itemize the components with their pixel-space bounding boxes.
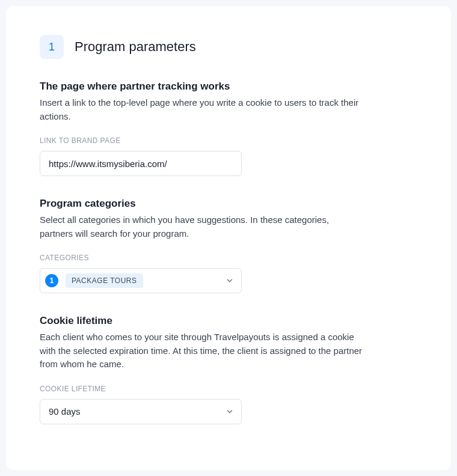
chevron-down-icon (225, 276, 234, 285)
categories-select[interactable]: 1 PACKAGE TOURS (40, 268, 242, 293)
step-number-badge: 1 (40, 35, 64, 59)
field-label-cookie: COOKIE LIFETIME (40, 385, 417, 393)
step-header: 1 Program parameters (40, 35, 417, 59)
form-card: 1 Program parameters The page where part… (6, 6, 451, 470)
section-title: Cookie lifetime (40, 315, 417, 327)
cookie-lifetime-value: 90 days (49, 406, 225, 416)
section-tracking: The page where partner tracking works In… (40, 81, 417, 176)
step-title: Program parameters (75, 39, 196, 55)
chevron-down-icon (225, 407, 234, 416)
section-categories: Program categories Select all categories… (40, 198, 417, 293)
field-label-brand-link: LINK TO BRAND PAGE (40, 136, 417, 145)
categories-count-badge: 1 (45, 274, 58, 287)
brand-link-input[interactable] (40, 151, 242, 176)
section-desc: Each client who comes to your site throu… (40, 331, 364, 371)
field-label-categories: CATEGORIES (40, 254, 417, 262)
cookie-lifetime-select[interactable]: 90 days (40, 399, 242, 424)
section-desc: Insert a link to the top-level page wher… (40, 96, 364, 123)
section-title: The page where partner tracking works (40, 81, 417, 93)
section-desc: Select all categories in which you have … (40, 213, 364, 240)
category-chip: PACKAGE TOURS (66, 273, 143, 288)
section-cookie: Cookie lifetime Each client who comes to… (40, 315, 417, 424)
section-title: Program categories (40, 198, 417, 210)
